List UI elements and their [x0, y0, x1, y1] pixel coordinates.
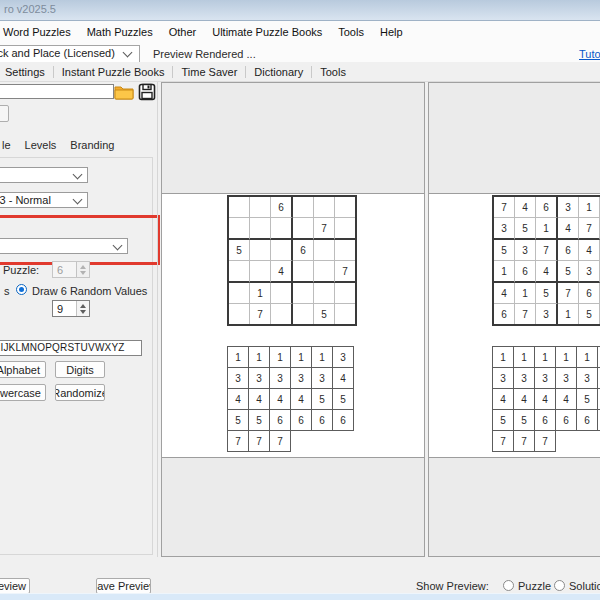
tab-time-saver[interactable]: Time Saver [173, 66, 245, 78]
menu-ultimate-puzzle-books[interactable]: Ultimate Puzzle Books [204, 26, 330, 38]
grid-cell: 7 [269, 430, 291, 452]
menubar: Word Puzzles Math Puzzles Other Ultimate… [0, 21, 600, 42]
grid-cell [271, 240, 293, 261]
subtab-levels[interactable]: Levels [25, 139, 57, 151]
grid-cell [250, 261, 271, 283]
grid-cell: 3 [576, 367, 598, 389]
grid-cell: 3 [492, 367, 514, 389]
open-folder-button[interactable] [114, 83, 136, 100]
preview-page-puzzle: 675647175 111113333334444455556666777 [162, 193, 424, 458]
grid-cell: 1 [513, 346, 535, 368]
grid-cell: 6 [576, 409, 598, 431]
save-button[interactable] [138, 82, 158, 101]
grid-cell: 6 [494, 304, 515, 324]
grid-cell: 7 [248, 430, 270, 452]
grid-cell: 4 [269, 388, 291, 410]
menu-math-puzzles[interactable]: Math Puzzles [79, 26, 161, 38]
preview-button[interactable]: Preview [0, 578, 30, 594]
grid-cell: 5 [229, 240, 250, 261]
grid-cell: 6 [293, 240, 314, 261]
grid-cell: 1 [576, 346, 598, 368]
grid-cell: 1 [494, 261, 515, 283]
solution-radio[interactable] [554, 580, 565, 591]
draw-random-label: Draw 6 Random Values [32, 285, 147, 297]
grid-cell: 5 [227, 409, 249, 431]
level-select[interactable]: l 3 - Normal [0, 192, 88, 208]
grid-cell: 6 [290, 409, 312, 431]
generator-combobox[interactable]: ick and Place (Licensed) [0, 45, 140, 63]
draw-random-radio[interactable] [16, 284, 27, 295]
grid-cell: 6 [536, 197, 558, 218]
grid-cell: 4 [332, 367, 354, 389]
chevron-down-icon [73, 195, 83, 205]
tab-settings[interactable]: Settings [0, 66, 53, 78]
grid-cell: 5 [536, 283, 558, 304]
grid-cell [229, 197, 250, 218]
grid-cell [293, 304, 314, 324]
grid-cell: 3 [332, 346, 354, 368]
chevron-down-icon [123, 48, 133, 58]
randomize-button[interactable]: Randomize [55, 384, 105, 401]
tab-tools[interactable]: Tools [312, 66, 354, 78]
grid-cell [293, 218, 314, 240]
values-count-spinner[interactable]: 9 [52, 300, 90, 317]
grid-cell: 6 [311, 409, 333, 431]
lowercase-button[interactable]: Lowercase [0, 384, 46, 401]
grid-cell: 5 [513, 409, 535, 431]
clipped-button[interactable] [0, 105, 9, 122]
menu-tools[interactable]: Tools [330, 26, 372, 38]
tutorials-link[interactable]: Tuto [579, 48, 600, 60]
menu-word-puzzles[interactable]: Word Puzzles [0, 26, 79, 38]
grid-cell [271, 283, 293, 304]
puzzle-radio[interactable] [503, 580, 514, 591]
grid-cell: 6 [534, 409, 556, 431]
grid-cell: 3 [534, 367, 556, 389]
puzzle-count-spinner: 6 [52, 261, 90, 278]
grid-cell: 4 [290, 388, 312, 410]
grid-cell: 1 [290, 346, 312, 368]
style-select[interactable] [0, 167, 88, 183]
menu-help[interactable]: Help [372, 26, 411, 38]
puzzle-count-value: 6 [57, 264, 63, 276]
grid-cell: 6 [271, 197, 293, 218]
grid-cell: 5 [492, 409, 514, 431]
subtab-style[interactable]: le [2, 139, 11, 151]
grid-cell [229, 283, 250, 304]
grid-cell: 4 [492, 388, 514, 410]
grid-cell [271, 218, 293, 240]
alphabet-input[interactable]: GHIJKLMNOPQRSTUVWXYZ [0, 340, 142, 356]
tab-instant-puzzle-books[interactable]: Instant Puzzle Books [54, 66, 173, 78]
puzzle-grid: 675647175 [227, 195, 357, 326]
generator-combobox-value: ick and Place (Licensed) [0, 46, 115, 61]
grid-cell: 7 [335, 261, 355, 283]
tab-dictionary[interactable]: Dictionary [246, 66, 311, 78]
grid-cell: 1 [536, 218, 558, 240]
grid-cell [229, 218, 250, 240]
menu-other[interactable]: Other [161, 26, 205, 38]
highlighted-select[interactable] [0, 238, 128, 254]
grid-cell [293, 283, 314, 304]
window-bottom-strip [0, 593, 600, 600]
grid-cell: 6 [555, 409, 577, 431]
grid-cell [335, 240, 355, 261]
chevron-down-icon [73, 170, 83, 180]
grid-cell: 3 [515, 240, 536, 261]
main-tabstrip: Settings Instant Puzzle Books Time Saver… [0, 62, 600, 82]
grid-cell: 5 [314, 304, 335, 324]
digits-button[interactable]: Digits [55, 361, 105, 378]
grid-cell: 1 [248, 346, 270, 368]
grid-cell: 7 [579, 218, 600, 240]
alphabet-button[interactable]: Alphabet [0, 361, 46, 378]
grid-cell: 3 [269, 367, 291, 389]
grid-cell: 5 [576, 388, 598, 410]
chevron-down-icon [113, 241, 123, 251]
file-name-input[interactable] [0, 84, 114, 99]
grid-cell [271, 304, 293, 324]
save-preview-button[interactable]: Save Preview [96, 578, 151, 594]
panel-splitter[interactable] [157, 82, 158, 557]
subtab-branding[interactable]: Branding [70, 139, 114, 151]
grid-cell: 4 [515, 197, 536, 218]
cut-radio-label: s [4, 285, 10, 297]
spinner-arrows-icon [76, 262, 89, 277]
grid-cell: 5 [558, 261, 579, 283]
